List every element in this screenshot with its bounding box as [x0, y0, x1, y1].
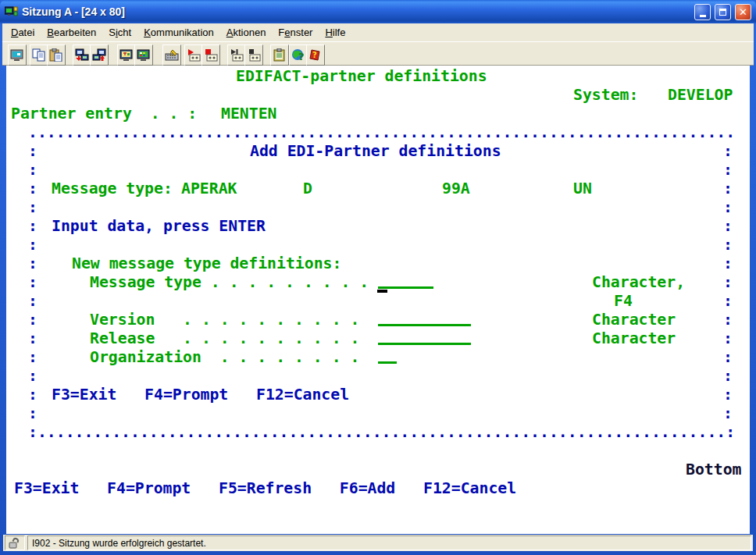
menu-kommunikation[interactable]: Kommunikation: [137, 24, 220, 41]
maximize-icon: [719, 9, 726, 16]
minimize-icon: [700, 15, 706, 17]
statusbar: I902 - Sitzung wurde erfolgreich gestart…: [3, 535, 753, 551]
toolbar-button-send-file[interactable]: [73, 44, 91, 66]
hint-character3: Character: [592, 329, 676, 348]
toolbar-button-stop-record[interactable]: [201, 44, 220, 66]
stop-record-icon: [204, 48, 218, 62]
menu-hilfe[interactable]: Hilfe: [319, 24, 351, 41]
version-input[interactable]: [378, 324, 471, 326]
menu-bearbeiten[interactable]: Bearbeiten: [41, 24, 102, 41]
color-map-icon: [137, 49, 151, 62]
popup-function-keys: F3=Exit F4=Prompt F12=Cancel: [52, 386, 349, 404]
organization-input[interactable]: [378, 361, 397, 364]
toolbar-button-paste[interactable]: [47, 44, 66, 66]
record-macro-icon: [187, 48, 201, 62]
titlebar[interactable]: Sitzung A - [24 x 80] ✕: [0, 0, 756, 23]
menu-aktionen[interactable]: Aktionen: [220, 24, 273, 41]
paste-icon: [49, 48, 63, 62]
menu-sicht[interactable]: Sicht: [102, 24, 137, 41]
close-button[interactable]: ✕: [735, 4, 751, 20]
help-icon: ?: [309, 48, 322, 62]
popup-right-border: : : : : : : : : : : : : : : :: [723, 142, 733, 423]
message-release-value: 99A: [442, 180, 470, 198]
toolbar-button-clipboard[interactable]: [270, 44, 289, 66]
field-label-version: Version . . . . . . . . . .: [90, 311, 359, 329]
popup-top-border: ........................................…: [28, 123, 735, 142]
message-type-label: Message type:: [52, 180, 173, 198]
screen-title: EDIFACT-partner definitions: [236, 67, 487, 86]
maximize-button[interactable]: [715, 4, 731, 20]
toolbar-button-display-setup[interactable]: [117, 44, 136, 66]
screen-function-keys: F3=Exit F4=Prompt F5=Refresh F6=Add F12=…: [14, 479, 516, 498]
terminal-screen[interactable]: EDIFACT-partner definitions System: DEVE…: [6, 66, 750, 534]
input-prompt: Input data, press ENTER: [52, 217, 266, 236]
message-org-value: UN: [573, 180, 592, 198]
status-message: I902 - Sitzung wurde erfolgreich gestart…: [27, 535, 751, 550]
svg-text:?: ?: [298, 51, 305, 62]
toolbar-button-web-help[interactable]: ?: [289, 44, 308, 66]
copy-icon: [32, 48, 46, 62]
toolbar-button-record-macro[interactable]: [184, 44, 203, 66]
toolbar-button-keyboard-setup[interactable]: [162, 44, 181, 66]
stop-play-icon: [247, 48, 261, 62]
unlocked-padlock-icon: [9, 537, 21, 549]
menubar: Datei Bearbeiten Sicht Kommunikation Akt…: [2, 23, 754, 41]
hint-f4: F4: [614, 292, 633, 311]
message-type-input[interactable]: [378, 286, 433, 289]
toolbar: ? ?: [2, 41, 754, 66]
toolbar-button-stop-play[interactable]: [244, 44, 263, 66]
clipboard-icon: [273, 48, 286, 62]
popup-bottom-border: :.......................................…: [28, 423, 735, 442]
popup-left-border: : : : : : : : : : : : : : : :: [28, 142, 37, 423]
session-screen-icon: [10, 49, 24, 62]
keyboard-setup-icon: [165, 49, 179, 62]
field-label-message-type: Message type . . . . . . . . .: [90, 273, 369, 292]
text-cursor: [377, 290, 387, 293]
window-title: Sitzung A - [24 x 80]: [22, 5, 690, 18]
field-label-release: Release . . . . . . . . . .: [90, 329, 359, 348]
toolbar-button-play-macro[interactable]: [227, 44, 246, 66]
menu-fenster[interactable]: Fenster: [272, 24, 319, 41]
toolbar-button-receive-file[interactable]: [90, 44, 109, 66]
hint-character2: Character: [592, 311, 676, 329]
receive-file-icon: [92, 48, 106, 62]
close-icon: ✕: [739, 7, 747, 17]
send-file-icon: [75, 48, 89, 62]
popup-title: Add EDI-Partner definitions: [250, 142, 501, 161]
toolbar-button-help[interactable]: ?: [306, 44, 325, 66]
svg-text:?: ?: [312, 51, 317, 59]
toolbar-button-copy[interactable]: [30, 44, 48, 66]
message-type-value: APERAK: [181, 180, 237, 198]
app-icon: [5, 5, 18, 18]
web-help-icon: ?: [291, 48, 305, 62]
security-status-cell: [5, 535, 25, 550]
release-input[interactable]: [378, 343, 471, 345]
bottom-indicator: Bottom: [686, 461, 741, 479]
play-macro-icon: [230, 48, 244, 62]
partner-entry-label: Partner entry . . :: [11, 105, 197, 123]
message-version-value: D: [303, 180, 312, 198]
minimize-button[interactable]: [694, 4, 711, 20]
partner-entry-value: MENTEN: [221, 105, 276, 123]
field-label-organization: Organization . . . . . . . .: [90, 348, 359, 367]
system-value: DEVELOP: [668, 86, 733, 105]
hint-character1: Character,: [592, 273, 685, 292]
app-window: Sitzung A - [24 x 80] ✕ Datei Bearbeiten…: [0, 0, 756, 555]
toolbar-button-color-map[interactable]: [134, 44, 153, 66]
menu-datei[interactable]: Datei: [5, 24, 41, 41]
system-label: System:: [573, 86, 638, 105]
new-definitions-heading: New message type definitions:: [72, 254, 341, 273]
display-setup-icon: [119, 49, 134, 62]
toolbar-button-session[interactable]: [8, 44, 27, 66]
